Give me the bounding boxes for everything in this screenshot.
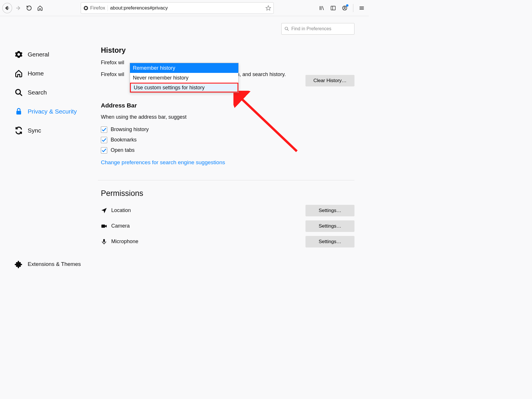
check-icon [101,127,107,132]
gear-icon [14,50,23,59]
firefox-icon [83,5,88,11]
permission-row-microphone: Microphone Settings… [101,236,354,247]
svg-rect-10 [331,6,335,10]
permissions-section: Permissions Location Settings… Camera Se… [101,189,354,247]
forward-button [13,3,23,13]
section-divider [98,180,354,180]
sidebar-item-label: Search [28,89,47,96]
lock-icon [14,107,23,116]
account-button[interactable] [340,3,350,13]
history-section: History Firefox wil Firefox wil xxxxxxxx… [101,46,354,79]
puzzle-icon [14,260,23,268]
checkbox-open-tabs[interactable]: Open tabs [101,147,354,154]
sidebar-item-label: Privacy & Security [28,108,77,115]
sidebar-item-general[interactable]: General [14,45,98,64]
preferences-content: Find in Preferences History Firefox wil … [98,16,369,277]
menu-button[interactable] [357,3,367,13]
check-icon [101,148,107,153]
history-desc-suffix: rm, and search history. [233,71,286,77]
search-placeholder: Find in Preferences [291,26,331,31]
reload-button[interactable] [24,3,34,13]
notification-dot-icon [346,4,348,7]
url-text: about:preferences#privacy [110,5,168,11]
svg-line-21 [287,29,288,31]
permissions-heading: Permissions [101,189,354,198]
sidebar-icon [330,5,336,11]
svg-marker-6 [266,5,271,10]
sidebars-button[interactable] [328,3,338,13]
sidebar-item-extensions[interactable]: Extensions & Themes [14,255,98,274]
home-icon [37,5,43,11]
back-button[interactable] [2,3,12,13]
preferences-sidebar: General Home Search Privacy & Security S… [0,16,98,277]
permission-row-location: Location Settings… [101,205,354,216]
camera-icon [101,223,107,229]
identity-box[interactable]: Firefox [83,5,108,11]
search-input[interactable]: Find in Preferences [281,23,354,35]
addressbar-subtext: When using the address bar, suggest [101,112,354,122]
svg-point-5 [85,7,87,9]
svg-point-13 [344,7,346,8]
sidebar-item-label: Extensions & Themes [28,261,81,267]
clear-history-button[interactable]: Clear History… [305,75,354,86]
url-bar[interactable]: Firefox about:preferences#privacy [81,2,274,14]
checkbox-bookmarks[interactable]: Bookmarks [101,137,354,143]
svg-rect-26 [103,239,105,242]
svg-rect-24 [101,224,105,228]
dropdown-option-custom[interactable]: Use custom settings for history [130,83,238,92]
hamburger-icon [359,5,365,11]
history-desc-prefix: Firefox wil [101,71,124,77]
dropdown-option-never[interactable]: Never remember history [130,73,238,83]
addressbar-section: Address Bar When using the address bar, … [101,102,354,165]
sync-icon [14,126,23,135]
home-icon [14,69,23,78]
library-button[interactable] [317,3,327,13]
camera-settings-button[interactable]: Settings… [305,220,354,232]
sidebar-item-label: Home [28,70,44,77]
checkbox-browsing-history[interactable]: Browsing history [101,126,354,133]
microphone-icon [101,239,107,245]
svg-marker-25 [105,225,107,227]
check-icon [101,137,107,143]
star-icon[interactable] [265,5,271,11]
addressbar-heading: Address Bar [101,102,354,109]
permission-row-camera: Camera Settings… [101,220,354,232]
arrow-left-icon [4,5,10,11]
sidebar-item-home[interactable]: Home [14,64,98,83]
toolbar-separator [353,4,353,12]
browser-toolbar: Firefox about:preferences#privacy [0,0,369,16]
history-sentence-prefix: Firefox wil [101,60,124,66]
home-button[interactable] [35,3,45,13]
sidebar-item-label: Sync [28,127,41,134]
sidebar-item-privacy[interactable]: Privacy & Security [14,102,98,121]
reload-icon [26,5,32,11]
search-icon [14,88,23,97]
search-suggestions-link[interactable]: Change preferences for search engine sug… [101,159,225,165]
search-icon [284,27,289,31]
svg-rect-19 [16,111,21,115]
identity-label: Firefox [90,5,105,11]
history-mode-dropdown: Remember history Never remember history … [130,63,239,93]
svg-line-9 [322,6,324,10]
arrow-right-icon [15,5,21,11]
library-icon [319,5,325,11]
microphone-settings-button[interactable]: Settings… [305,236,354,247]
dropdown-option-remember[interactable]: Remember history [130,63,238,73]
sidebar-item-sync[interactable]: Sync [14,121,98,140]
svg-line-18 [20,94,22,96]
location-icon [101,207,107,214]
history-heading: History [101,46,354,54]
sidebar-item-search[interactable]: Search [14,83,98,102]
location-settings-button[interactable]: Settings… [305,205,354,216]
sidebar-item-label: General [28,51,49,58]
